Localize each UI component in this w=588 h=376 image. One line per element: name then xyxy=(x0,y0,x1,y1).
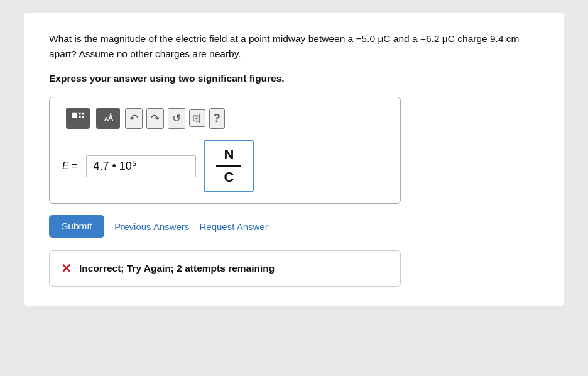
svg-rect-4 xyxy=(82,116,84,118)
svg-rect-1 xyxy=(79,113,81,115)
input-box-wrapper: ᴀÅ ↶ ↷ ↺ ⎘| ? E = N C xyxy=(49,97,401,204)
request-answer-button[interactable]: Request Answer xyxy=(199,221,268,232)
actions-row: Submit Previous Answers Request Answer xyxy=(49,215,539,238)
answer-row: E = N C xyxy=(62,140,390,192)
fraction-numerator: N xyxy=(216,147,241,167)
keyboard-button[interactable]: ⎘| xyxy=(189,109,205,127)
page-container: What is the magnitude of the electric fi… xyxy=(24,13,564,306)
fraction-denominator: C xyxy=(216,167,241,185)
svg-rect-0 xyxy=(72,113,77,118)
answer-input[interactable] xyxy=(86,155,196,177)
fraction-box: N C xyxy=(204,140,254,192)
equation-label: E = xyxy=(62,160,77,172)
undo-button[interactable]: ↶ xyxy=(125,108,143,129)
previous-answers-button[interactable]: Previous Answers xyxy=(114,221,189,232)
toolbar: ᴀÅ ↶ ↷ ↺ ⎘| ? xyxy=(65,106,390,130)
help-button[interactable]: ? xyxy=(209,108,225,129)
refresh-button[interactable]: ↺ xyxy=(168,108,185,129)
result-message: Incorrect; Try Again; 2 attempts remaini… xyxy=(79,263,275,274)
text-format-icon: ᴀÅ xyxy=(96,108,120,129)
result-box: ✕ Incorrect; Try Again; 2 attempts remai… xyxy=(49,250,401,287)
instruction-text: Express your answer using two significan… xyxy=(49,73,539,84)
matrix-button[interactable] xyxy=(65,106,91,130)
question-text: What is the magnitude of the electric fi… xyxy=(49,31,539,62)
redo-button[interactable]: ↷ xyxy=(146,108,164,129)
incorrect-icon: ✕ xyxy=(61,261,72,276)
text-format-button[interactable]: ᴀÅ xyxy=(95,106,121,130)
svg-rect-2 xyxy=(79,116,81,118)
svg-rect-3 xyxy=(82,113,84,115)
submit-button[interactable]: Submit xyxy=(49,215,104,238)
matrix-icon xyxy=(66,108,90,129)
